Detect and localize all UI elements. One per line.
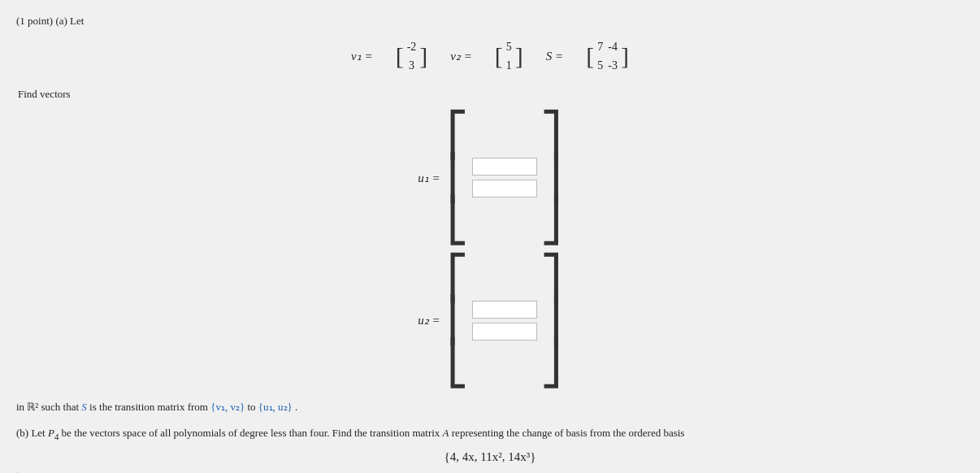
bracket-left-u2: ⎡⎢⎣ xyxy=(447,257,469,385)
v1-matrix: [ -2 3 ] xyxy=(396,39,428,73)
v2-matrix: [ 5 1 ] xyxy=(495,39,523,73)
S-label: S = xyxy=(546,50,563,63)
S-val-10: 5 xyxy=(597,58,603,74)
part-b-desc2: representing the change of basis from th… xyxy=(452,427,685,439)
para-a-set2: {u₁, u₂} xyxy=(258,401,293,413)
v1-val2: 3 xyxy=(409,58,414,74)
para-a-text-to: to xyxy=(247,401,258,413)
v2-val1: 5 xyxy=(506,39,512,55)
bracket-right-u1: ⎤⎥⎦ xyxy=(540,114,562,242)
para-a-text-before: in ℝ² such that xyxy=(16,401,81,413)
S-col1: 7 5 xyxy=(597,39,603,73)
bracket-left-S: [ xyxy=(586,44,594,68)
u1-label: u₁ = xyxy=(418,171,440,185)
u-vector-section: u₁ = ⎡⎢⎣ ⎤⎥⎦ u₂ = ⎡⎢⎣ ⎤⎥⎦ xyxy=(16,114,964,384)
v2-val2: 1 xyxy=(506,58,512,74)
u1-inputs xyxy=(472,158,537,197)
find-vectors-label: Find vectors xyxy=(18,88,964,101)
vectors-row: v₁ = [ -2 3 ] v₂ = [ 5 1 ] S = [ 7 5 -4 … xyxy=(16,39,964,73)
S-val-00: 7 xyxy=(597,39,603,55)
para-a-set1: {v₁, v₂} xyxy=(210,401,245,413)
part-b-text: (b) Let P4 be the vectors space of all p… xyxy=(16,424,964,444)
S-matrix: [ 7 5 -4 -3 ] xyxy=(586,39,629,73)
v1-values: -2 3 xyxy=(407,39,417,73)
bracket-right-u2: ⎤⎥⎦ xyxy=(540,257,562,385)
u2-inputs xyxy=(472,301,537,341)
para-a-text-end: . xyxy=(295,401,297,413)
u1-input2[interactable] xyxy=(472,180,537,197)
part-b-P4: P xyxy=(48,427,54,439)
to-label: to xyxy=(16,469,964,473)
bracket-right-v2: ] xyxy=(515,44,523,68)
para-a-text-middle: is the transition matrix from xyxy=(89,401,210,413)
points-label: (1 point) (a) Let xyxy=(16,15,84,27)
bracket-right-S: ] xyxy=(621,44,629,68)
u1-row: u₁ = ⎡⎢⎣ ⎤⎥⎦ xyxy=(418,114,562,242)
bracket-left-v1: [ xyxy=(396,44,404,68)
bracket-right-v1: ] xyxy=(419,44,427,68)
u2-row: u₂ = ⎡⎢⎣ ⎤⎥⎦ xyxy=(418,257,562,385)
v2-values: 5 1 xyxy=(506,39,512,73)
paragraph-a: in ℝ² such that S is the transition matr… xyxy=(16,399,964,416)
v2-label: v₂ = xyxy=(450,49,472,63)
bracket-left-v2: [ xyxy=(495,44,503,68)
part-b-A: A xyxy=(443,427,449,439)
basis1-display: {4, 4x, 11x², 14x³} xyxy=(16,450,964,464)
part-b-label: (b) Let xyxy=(16,427,48,439)
bracket-left-u1: ⎡⎢⎣ xyxy=(447,114,469,242)
basis1-text: {4, 4x, 11x², 14x³} xyxy=(444,450,536,463)
S-val-11: -3 xyxy=(608,58,618,74)
u2-input1[interactable] xyxy=(472,301,537,319)
para-a-S: S xyxy=(81,401,87,413)
S-val-01: -4 xyxy=(608,39,618,55)
u1-input1[interactable] xyxy=(472,158,537,176)
header-line: (1 point) (a) Let xyxy=(16,15,964,28)
part-b-desc: be the vectors space of all polynomials … xyxy=(62,427,443,439)
part-b-P4-sub: 4 xyxy=(54,432,59,441)
v1-label: v₁ = xyxy=(351,49,373,63)
v1-val1: -2 xyxy=(407,39,417,55)
u2-input2[interactable] xyxy=(472,323,537,341)
u2-label: u₂ = xyxy=(418,313,440,328)
S-col2: -4 -3 xyxy=(608,39,618,73)
S-values: 7 5 -4 -3 xyxy=(597,39,618,73)
